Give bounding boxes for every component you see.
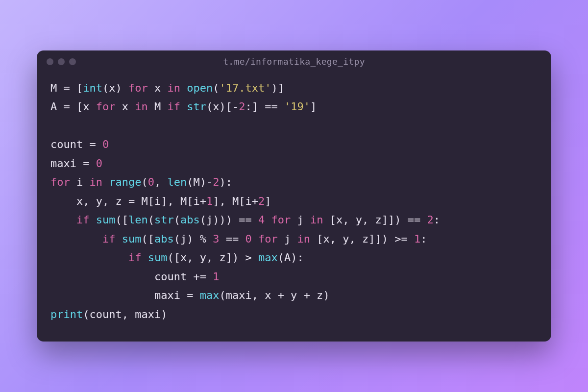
code-token: 2: [213, 176, 219, 188]
code-token: [278, 100, 284, 113]
code-token: [420, 214, 427, 226]
code-token: %: [200, 233, 206, 245]
code-token: [: [239, 195, 245, 207]
code-token: [: [148, 195, 154, 207]
code-line: [50, 117, 538, 136]
code-token: maxi: [50, 289, 187, 301]
code-token: +: [200, 195, 206, 207]
code-token: >: [245, 251, 251, 264]
code-token: str: [187, 100, 206, 113]
code-token: len: [128, 214, 148, 226]
code-token: for: [271, 214, 291, 226]
code-token: [180, 82, 187, 94]
code-token: :: [434, 214, 440, 226]
code-token: [50, 233, 102, 245]
code-token: sum: [122, 233, 142, 245]
close-icon[interactable]: [47, 58, 53, 65]
code-token: [50, 251, 128, 264]
code-token: ([: [115, 214, 128, 226]
titlebar: t.me/informatika_kege_itpy: [37, 50, 551, 70]
code-token: ==: [265, 100, 278, 113]
maximize-icon[interactable]: [69, 58, 76, 65]
code-token: ): [161, 308, 167, 320]
code-token: (: [187, 176, 193, 188]
code-token: [265, 214, 271, 226]
code-token: ):: [291, 251, 304, 264]
code-token: =: [57, 100, 76, 113]
code-token: in: [168, 82, 181, 94]
code-token: [206, 233, 213, 245]
code-token: >=: [394, 233, 408, 245]
code-token: [102, 176, 109, 188]
code-line: if sum([abs(j) % 3 == 0 for j in [x, y, …: [50, 230, 538, 249]
code-token: if: [76, 214, 90, 226]
code-token: i: [154, 195, 161, 207]
code-token: 0: [245, 233, 251, 245]
code-token: 0: [102, 138, 109, 150]
code-token: str: [154, 214, 174, 226]
code-token: =: [128, 195, 135, 207]
code-token: [323, 214, 329, 226]
code-token: +=: [193, 270, 206, 283]
code-token: (: [102, 82, 109, 94]
code-token: x: [83, 100, 96, 113]
code-token: in: [135, 100, 148, 113]
code-line: maxi = 0: [50, 154, 538, 173]
code-token: x: [213, 100, 219, 113]
code-token: x, y, z: [50, 195, 128, 207]
code-token: [193, 289, 199, 301]
code-token: [: [187, 195, 193, 207]
code-token: [89, 157, 96, 170]
code-token: 1: [414, 233, 420, 245]
code-token: A: [284, 251, 291, 264]
code-token: [: [330, 214, 336, 226]
code-token: )-: [200, 176, 213, 188]
code-token: +: [252, 195, 258, 207]
code-token: for: [128, 82, 148, 94]
code-token: x, y, z: [323, 233, 368, 245]
code-token: [180, 100, 187, 113]
code-token: (: [174, 233, 180, 245]
code-token: A: [50, 100, 57, 113]
code-token: ): [187, 233, 200, 245]
code-token: [252, 233, 258, 245]
code-token: 2: [427, 214, 433, 226]
code-token: ))): [213, 214, 239, 226]
code-token: 1: [206, 195, 213, 207]
code-token: =: [57, 82, 76, 94]
code-token: ],: [161, 195, 180, 207]
minimize-icon[interactable]: [58, 58, 65, 65]
code-token: (: [148, 214, 154, 226]
code-token: +: [304, 289, 310, 301]
code-line: count = 0: [50, 135, 538, 154]
code-token: [252, 214, 258, 226]
code-token: ]]): [368, 233, 394, 245]
code-token: M: [50, 82, 57, 94]
code-token: [: [317, 233, 323, 245]
code-token: ]): [226, 251, 245, 264]
code-token: [141, 251, 147, 264]
code-token: x, y, z: [336, 214, 382, 226]
code-token: count, maxi: [89, 308, 161, 320]
code-line: count += 1: [50, 268, 538, 287]
code-token: for: [50, 176, 70, 188]
code-token: if: [128, 251, 142, 264]
code-token: :: [420, 233, 427, 245]
code-token: for: [96, 100, 116, 113]
code-token: ==: [226, 233, 239, 245]
code-line: maxi = max(maxi, x + y + z): [50, 286, 538, 305]
code-token: ): [116, 82, 129, 94]
code-token: open: [187, 82, 213, 94]
code-token: 3: [213, 233, 219, 245]
code-token: =: [187, 289, 193, 301]
code-token: ],: [213, 195, 232, 207]
code-token: [206, 270, 213, 283]
code-token: [219, 233, 225, 245]
code-token: M: [148, 100, 168, 113]
code-token: [252, 251, 258, 264]
code-token: ,: [154, 176, 168, 188]
code-token: sum: [148, 251, 168, 264]
code-token: sum: [96, 214, 116, 226]
code-token: [310, 233, 317, 245]
code-token: j: [206, 214, 213, 226]
